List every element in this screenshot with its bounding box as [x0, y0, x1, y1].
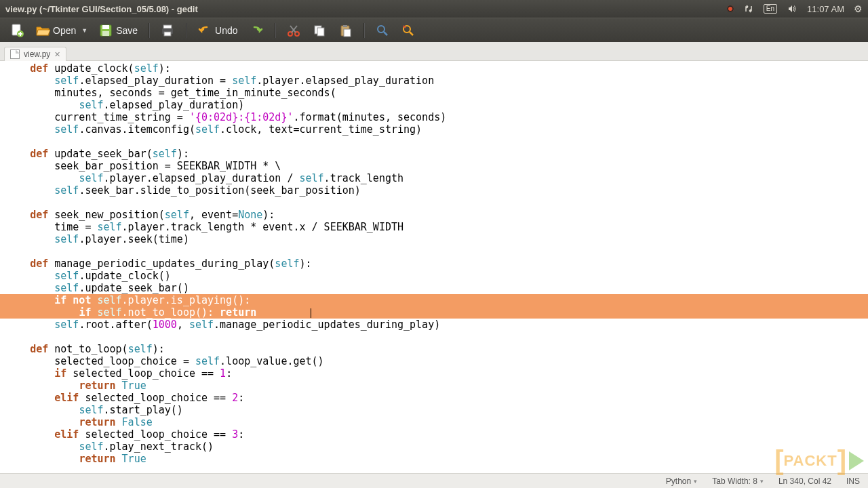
paste-button[interactable] [335, 22, 355, 39]
undo-label: Undo [215, 25, 237, 36]
redo-button[interactable] [246, 22, 267, 39]
network-icon[interactable] [743, 3, 754, 14]
svg-rect-11 [317, 28, 324, 36]
scissors-icon [286, 23, 301, 38]
file-tab[interactable]: view.py ✕ [4, 47, 66, 61]
cut-button[interactable] [283, 22, 304, 39]
svg-rect-5 [163, 25, 172, 28]
new-file-icon [9, 23, 24, 38]
open-button[interactable]: Open ▼ [33, 22, 90, 39]
undo-button[interactable]: Undo [195, 22, 240, 39]
save-label: Save [116, 25, 138, 36]
status-bar: Python Tab Width: 8 Ln 340, Col 42 INS [0, 473, 868, 488]
toolbar-separator [149, 23, 149, 38]
svg-point-15 [378, 26, 384, 33]
svg-rect-14 [344, 29, 351, 37]
save-button[interactable]: Save [96, 22, 140, 39]
find-button[interactable] [372, 22, 393, 39]
clock[interactable]: 11:07 AM [807, 4, 844, 14]
copy-button[interactable] [309, 22, 330, 39]
svg-rect-13 [343, 25, 347, 27]
toolbar-separator [363, 23, 364, 38]
main-toolbar: Open ▼ Save Undo [0, 18, 868, 42]
window-title: view.py (~/Tkinter GUI/Section_05/5.08) … [5, 4, 727, 14]
open-label: Open [53, 25, 76, 36]
language-selector[interactable]: Python [666, 476, 697, 486]
print-icon [160, 23, 175, 38]
paste-icon [338, 23, 353, 38]
redo-arrow-icon [249, 23, 264, 38]
close-tab-icon[interactable]: ✕ [54, 50, 60, 59]
open-dropdown-arrow-icon[interactable]: ▼ [79, 27, 87, 34]
new-file-button[interactable] [7, 22, 27, 39]
print-button[interactable] [157, 22, 178, 39]
settings-gear-icon[interactable]: ⚙ [854, 3, 863, 14]
search-icon [375, 23, 390, 38]
code-content[interactable]: def update_clock(self): self.elapsed_pla… [5, 62, 868, 465]
svg-rect-4 [102, 31, 109, 36]
insert-mode: INS [846, 476, 860, 486]
record-indicator-icon [727, 5, 734, 12]
code-editor[interactable]: def update_clock(self): self.elapsed_pla… [0, 61, 868, 473]
cursor-position: Ln 340, Col 42 [778, 476, 831, 486]
window-titlebar: view.py (~/Tkinter GUI/Section_05/5.08) … [0, 0, 868, 18]
find-replace-button[interactable] [398, 22, 418, 39]
system-tray: En 11:07 AM ⚙ [727, 3, 863, 14]
volume-icon[interactable] [787, 3, 797, 14]
find-replace-icon [401, 23, 416, 38]
tab-bar: view.py ✕ [0, 42, 868, 61]
keyboard-lang-indicator[interactable]: En [764, 4, 777, 14]
svg-rect-7 [164, 32, 171, 36]
tab-width-selector[interactable]: Tab Width: 8 [712, 476, 764, 486]
undo-arrow-icon [197, 23, 212, 38]
tab-filename: view.py [24, 49, 50, 59]
document-icon [10, 49, 20, 59]
toolbar-separator [186, 23, 186, 38]
copy-icon [312, 23, 327, 38]
save-floppy-icon [98, 23, 113, 38]
toolbar-separator [275, 23, 275, 38]
svg-rect-3 [102, 25, 109, 29]
open-folder-icon [35, 23, 50, 38]
